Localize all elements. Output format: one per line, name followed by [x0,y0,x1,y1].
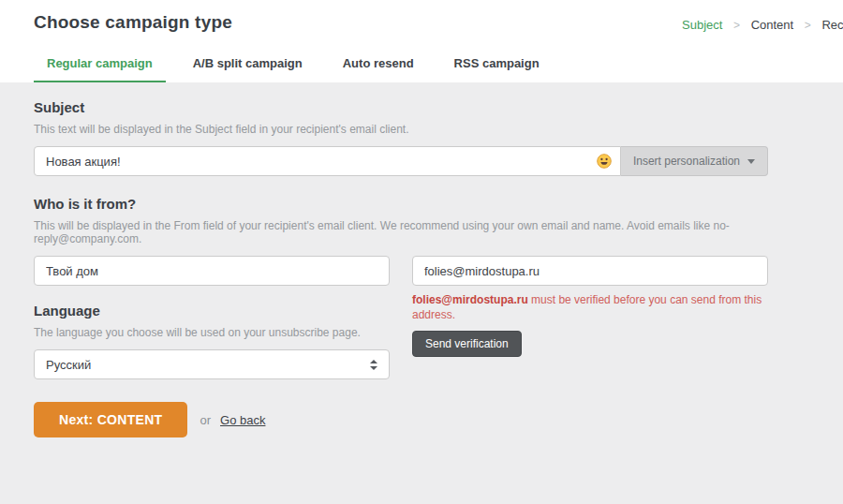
next-content-button[interactable]: Next: CONTENT [34,402,187,437]
chevron-right-icon: > [733,19,740,32]
breadcrumb-subject[interactable]: Subject [682,18,722,32]
tab-regular-campaign[interactable]: Regular campaign [34,52,166,82]
campaign-type-tabs: Regular campaign A/B split campaign Auto… [34,52,553,82]
subject-input[interactable] [34,146,621,176]
sender-email-input[interactable] [412,256,768,286]
insert-personalization-button[interactable]: Insert personalization [621,146,768,176]
from-description: This will be displayed in the From field… [34,219,809,245]
breadcrumb: Subject > Content > Recipients [682,18,843,32]
sender-name-input[interactable] [34,256,390,286]
tab-auto-resend[interactable]: Auto resend [330,52,427,82]
insert-personalization-label: Insert personalization [633,155,740,168]
tab-rss-campaign[interactable]: RSS campaign [441,52,553,82]
from-fields-grid: Language The language you choose will be… [34,256,809,379]
from-heading: Who is it from? [34,196,809,212]
breadcrumb-content[interactable]: Content [751,18,794,32]
language-description: The language you choose will be used on … [34,326,390,339]
or-text: or [200,413,211,427]
send-verification-button[interactable]: Send verification [412,331,522,357]
language-heading: Language [34,303,390,319]
language-select[interactable]: Русский [34,349,390,379]
language-selected-value: Русский [46,358,91,372]
warning-email: folies@mirdostupa.ru [412,293,528,306]
go-back-link[interactable]: Go back [220,413,265,427]
subject-heading: Subject [34,99,809,115]
caret-down-icon [747,159,755,164]
chevron-right-icon: > [805,19,811,32]
subject-input-group: Insert personalization [34,146,768,176]
page-header: Choose campaign type Subject > Content >… [0,0,843,82]
email-verification-warning: folies@mirdostupa.ru must be verified be… [412,293,768,322]
smiley-icon[interactable] [597,154,612,169]
language-section: Language The language you choose will be… [34,303,390,379]
tab-ab-split-campaign[interactable]: A/B split campaign [180,52,316,82]
campaign-settings-form: Subject This text will be displayed in t… [0,82,843,437]
select-arrows-icon [370,360,377,370]
subject-description: This text will be displayed in the Subje… [34,123,809,136]
breadcrumb-recipients[interactable]: Recipients [821,18,843,32]
form-actions: Next: CONTENT or Go back [34,402,809,437]
